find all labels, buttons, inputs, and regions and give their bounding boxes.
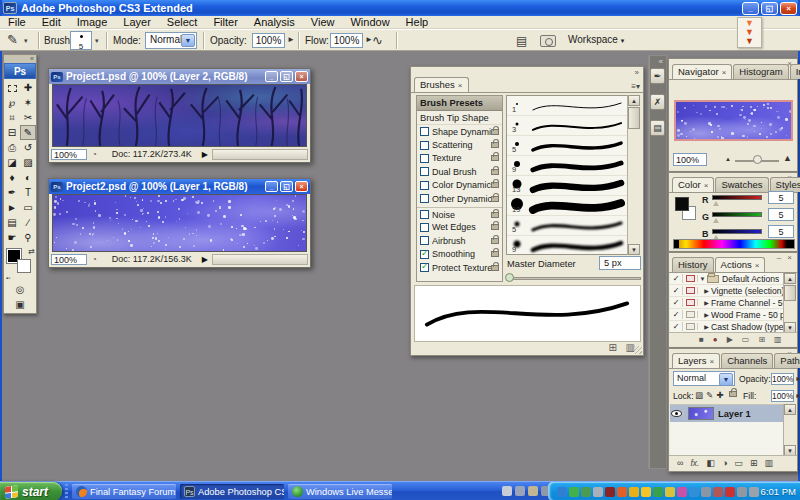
menu-item-file[interactable]: File — [0, 16, 34, 29]
color-spectrum-bar[interactable] — [673, 239, 795, 249]
channels-tab[interactable]: Channels — [721, 353, 773, 368]
palette-collapse-icon[interactable]: « — [4, 55, 36, 63]
swap-colors-icon[interactable]: ⇄ — [28, 247, 35, 256]
layer-group-icon[interactable]: ▭ — [734, 458, 743, 468]
brush-option-dual-brush[interactable]: Dual Brush — [417, 165, 502, 178]
link-layers-icon[interactable]: ∞ — [677, 458, 683, 468]
new-set-folder-icon[interactable]: ▭ — [742, 335, 750, 344]
palette-well-icon[interactable]: ▤ — [516, 34, 527, 48]
go-to-bridge-icon[interactable] — [540, 35, 556, 47]
healing-brush-tool[interactable]: ⊟ — [4, 125, 20, 140]
pen-tool[interactable]: ✒ — [4, 185, 20, 200]
title-bar[interactable]: Ps Adobe Photoshop CS3 Extended _ ◱ × — [0, 0, 800, 16]
orange-box-tray-icon[interactable] — [617, 487, 627, 497]
tab-close-icon[interactable]: × — [458, 81, 463, 90]
layer-fill-field[interactable]: 100% — [771, 390, 794, 402]
lock-option-icons[interactable]: ▨✎✚ — [695, 390, 726, 400]
collapse-triangle-icon[interactable]: ▶ — [702, 287, 711, 294]
doc-restore-button[interactable]: ◱ — [280, 181, 293, 192]
actions-scrollbar[interactable]: ▲ ▼ — [783, 273, 796, 333]
brush-option-noise[interactable]: Noise — [417, 207, 502, 220]
delete-action-icon[interactable]: ▥ — [774, 335, 782, 344]
history-brush-tool[interactable]: ↺ — [20, 140, 36, 155]
flashget-dropzone[interactable]: ▼ ▼ ▼ — [737, 17, 762, 48]
yellow-app-tray-icon[interactable] — [665, 487, 675, 497]
checkbox-airbrush[interactable] — [420, 236, 429, 245]
brush-option-shape-dynamics[interactable]: Shape Dynamics — [417, 125, 502, 138]
taskbar-clock[interactable]: 6:01 PM — [761, 482, 796, 500]
brush-option-color-dynamics[interactable]: Color Dynamics — [417, 179, 502, 192]
close-button[interactable]: × — [780, 2, 797, 15]
document-title-bar[interactable]: Ps Project1.psd @ 100% (Layer 2, RGB/8) … — [49, 69, 310, 84]
checkbox-wet-edges[interactable] — [420, 223, 429, 232]
menu-item-view[interactable]: View — [303, 16, 343, 29]
styles-tab[interactable]: Styles — [770, 177, 800, 192]
delete-layer-icon[interactable]: ▥ — [764, 458, 773, 468]
gray-ball-tray-icon[interactable] — [737, 487, 747, 497]
zoom-tool[interactable]: ⚲ — [20, 230, 36, 245]
brush-option-protect-texture[interactable]: Protect Texture — [417, 261, 502, 274]
msn-blue-tray-icon[interactable] — [557, 487, 567, 497]
doc-minimize-button[interactable]: _ — [265, 71, 278, 82]
lasso-tool[interactable]: ℘ — [4, 95, 20, 110]
action-row-wood-frame-50-pixel[interactable]: ✓▶Wood Frame - 50 pixel — [670, 309, 785, 321]
paw-app-tray-icon[interactable] — [629, 487, 639, 497]
brush-option-texture[interactable]: Texture — [417, 152, 502, 165]
menu-item-layer[interactable]: Layer — [115, 16, 159, 29]
monitor-tray-icon[interactable] — [701, 487, 711, 497]
tool-presets-dock-icon[interactable]: ✗ — [650, 94, 665, 110]
menu-item-analysis[interactable]: Analysis — [246, 16, 303, 29]
resize-grip[interactable] — [634, 346, 642, 354]
brush-preset-preview[interactable]: 5 — [70, 31, 92, 50]
expand-triangle-icon[interactable]: ▼ — [698, 276, 707, 282]
action-enabled-check[interactable]: ✓ — [670, 322, 683, 331]
brush-preset-9-soft[interactable]: 9 — [507, 236, 639, 255]
slider-thumb[interactable] — [713, 218, 719, 223]
navigator-zoom-field[interactable]: 100% — [673, 153, 707, 166]
action-dialog-toggle[interactable] — [683, 275, 698, 282]
navigator-thumbnail[interactable] — [674, 100, 793, 141]
brush-tool[interactable]: ✎ — [20, 125, 36, 140]
status-menu-arrow-icon[interactable]: ▶ — [202, 255, 208, 264]
flow-field[interactable]: 100% — [330, 33, 363, 48]
checkbox-other-dynamics[interactable] — [420, 194, 429, 203]
layer-name[interactable]: Layer 1 — [718, 409, 751, 419]
brush-option-scattering[interactable]: Scattering — [417, 138, 502, 151]
menu-item-window[interactable]: Window — [342, 16, 397, 29]
workspace-button[interactable]: Workspace ▾ — [568, 34, 624, 45]
doc-minimize-button[interactable]: _ — [265, 181, 278, 192]
volume-muted-tray-icon[interactable] — [713, 487, 723, 497]
screen-mode-button[interactable]: ▣ — [11, 298, 29, 312]
quick-selection-tool[interactable]: ✶ — [20, 95, 36, 110]
play-icon[interactable]: ▶ — [727, 335, 733, 344]
channel-slider-b[interactable] — [712, 229, 762, 234]
scroll-up-icon[interactable]: ▲ — [628, 95, 640, 106]
airbrush-toggle-icon[interactable]: ∿ — [372, 33, 383, 48]
zoom-in-icon[interactable]: ▲ — [783, 153, 792, 163]
action-enabled-check[interactable]: ✓ — [670, 310, 683, 319]
shape-tool[interactable]: ▭ — [20, 200, 36, 215]
messenger-person-tray-icon[interactable] — [569, 487, 579, 497]
opacity-spinner-icon[interactable]: ► — [287, 35, 295, 44]
layer-opacity-field[interactable]: 100% — [771, 373, 794, 385]
network-error-tray-icon[interactable] — [725, 487, 735, 497]
slider-thumb[interactable] — [713, 201, 719, 206]
slider-thumb[interactable] — [505, 273, 514, 282]
taskbar-button-adobe-photoshop-cs[interactable]: PsAdobe Photoshop CS... — [180, 484, 284, 499]
zoom-out-icon[interactable]: ▲ — [725, 156, 731, 162]
action-dialog-toggle[interactable] — [683, 323, 698, 330]
help-box-tray-icon[interactable] — [528, 486, 538, 496]
blend-mode-select[interactable]: Normal ▼ — [145, 32, 197, 49]
green-box-tray-icon[interactable] — [581, 487, 591, 497]
layer-mask-icon[interactable]: ◧ — [706, 458, 715, 468]
scroll-thumb[interactable] — [784, 285, 796, 301]
action-row-frame-channel-50-pixel[interactable]: ✓▶Frame Channel - 50 pixel — [670, 297, 785, 309]
collapse-triangle-icon[interactable]: ▶ — [702, 311, 711, 318]
layers-scrollbar[interactable]: ▲ ▼ — [783, 404, 796, 456]
fill-spinner-icon[interactable]: ► — [795, 392, 800, 399]
document-window-project1[interactable]: Ps Project1.psd @ 100% (Layer 2, RGB/8) … — [48, 68, 311, 163]
red-green-app-tray-icon[interactable] — [605, 487, 615, 497]
tab-close-icon[interactable]: × — [755, 261, 760, 270]
hand-tool[interactable]: ☛ — [4, 230, 20, 245]
layer-comps-dock-icon[interactable]: ▤ — [650, 120, 665, 136]
